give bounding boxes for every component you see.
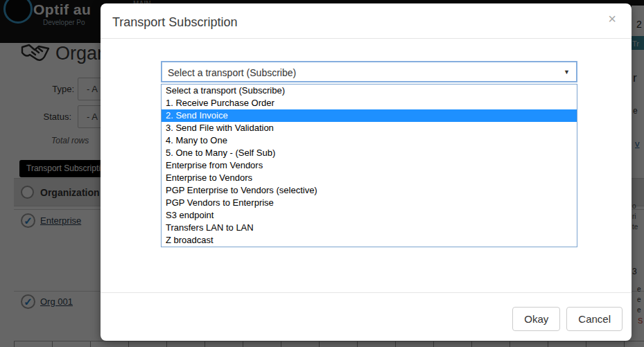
cancel-button[interactable]: Cancel (566, 307, 623, 331)
dropdown-option-selected[interactable]: 2. Send Invoice (162, 109, 577, 122)
okay-button[interactable]: Okay (512, 307, 560, 331)
dropdown-option[interactable]: 1. Receive Purchase Order (162, 97, 577, 109)
dropdown-option[interactable]: Select a transport (Subscribe) (162, 84, 577, 97)
transport-dropdown-list: Select a transport (Subscribe) 1. Receiv… (161, 84, 577, 247)
modal-footer-divider (101, 292, 632, 293)
transport-select-value: Select a transport (Subscribe) (168, 67, 296, 78)
dropdown-option[interactable]: 3. Send File with Validation (162, 122, 577, 134)
dropdown-option[interactable]: PGP Enterprise to Vendors (selective) (162, 184, 577, 197)
dropdown-option[interactable]: Z broadcast (162, 234, 577, 247)
dropdown-option[interactable]: 4. Many to One (162, 134, 577, 147)
dropdown-option[interactable]: 5. One to Many - (Self Sub) (162, 147, 577, 159)
close-icon[interactable]: × (608, 12, 616, 26)
modal-title: Transport Subscription (112, 15, 237, 30)
dropdown-option[interactable]: PGP Vendors to Enterprise (162, 197, 577, 209)
dropdown-option[interactable]: S3 endpoint (162, 209, 577, 222)
transport-subscription-modal: Transport Subscription × Select a transp… (101, 3, 632, 341)
transport-select[interactable]: Select a transport (Subscribe) ▼ (161, 61, 577, 82)
modal-header-divider (101, 38, 632, 39)
dropdown-option[interactable]: Transfers LAN to LAN (162, 222, 577, 234)
modal-button-group: Okay Cancel (512, 307, 623, 331)
dropdown-option[interactable]: Enterprise to Vendors (162, 172, 577, 184)
dropdown-option[interactable]: Enterprise from Vendors (162, 159, 577, 172)
chevron-down-icon: ▼ (564, 69, 570, 75)
